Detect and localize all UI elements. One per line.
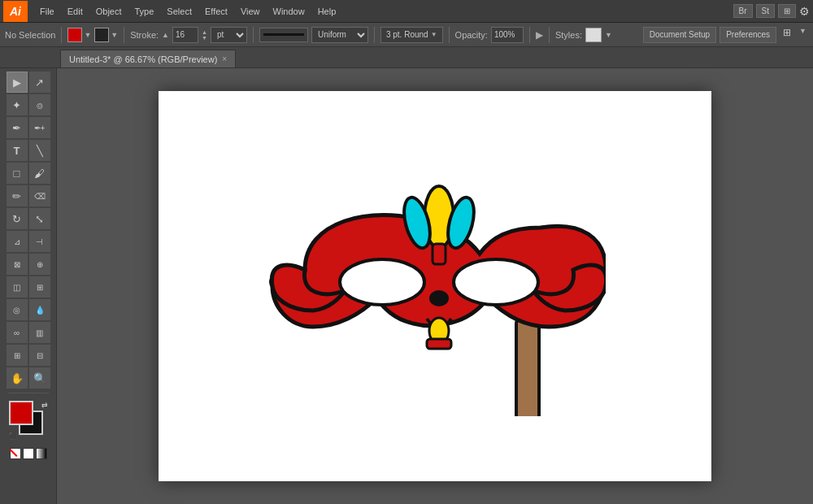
control-toolbar: No Selection ▼ ▼ Stroke: ▲ ▲ ▼ ptpxmm Un…: [0, 23, 813, 47]
foreground-color-swatch[interactable]: [9, 401, 33, 425]
selection-tool[interactable]: ▶: [7, 72, 28, 93]
rectangle-tool[interactable]: □: [7, 163, 28, 184]
stroke-swatch[interactable]: [94, 28, 109, 42]
cap-dropdown-arrow[interactable]: ▼: [431, 31, 437, 38]
shape-builder-tool[interactable]: ⊕: [29, 254, 50, 275]
paintbrush-tool[interactable]: 🖌: [29, 163, 50, 184]
lasso-tool[interactable]: ⌾: [29, 94, 50, 115]
stroke-unit-select[interactable]: ptpxmm: [211, 27, 247, 43]
hand-tool[interactable]: ✋: [7, 367, 28, 389]
blend-tool[interactable]: ∞: [7, 322, 28, 343]
tool-row-transform: ⊠ ⊕: [7, 254, 50, 275]
menu-window[interactable]: Window: [267, 4, 311, 19]
cap-style-btn[interactable]: 3 pt. Round ▼: [380, 27, 443, 43]
toolbar-arrow[interactable]: ▼: [798, 27, 808, 43]
white-swatch[interactable]: [23, 448, 34, 459]
styles-arrow[interactable]: ▼: [605, 31, 612, 39]
sep7: [549, 27, 550, 43]
tab-title: Untitled-3* @ 66.67% (RGB/Preview): [69, 54, 217, 64]
menu-select[interactable]: Select: [161, 4, 198, 19]
sep5: [449, 27, 450, 43]
rotate-tool[interactable]: ↻: [7, 208, 28, 229]
slice-tool[interactable]: ⊟: [29, 345, 50, 366]
menu-edit[interactable]: Edit: [62, 4, 89, 19]
stroke-spin-down[interactable]: ▼: [202, 35, 207, 41]
svg-rect-9: [433, 244, 446, 264]
document-setup-button[interactable]: Document Setup: [643, 27, 717, 43]
app-logo: Ai: [3, 1, 28, 22]
stroke-up-arrow[interactable]: ▲: [162, 31, 169, 39]
color-mode-swatches: [10, 448, 47, 459]
workspace-icon[interactable]: ⊞: [778, 4, 796, 18]
stock-icon[interactable]: St: [756, 4, 775, 18]
document-tab[interactable]: Untitled-3* @ 66.67% (RGB/Preview) ×: [60, 50, 236, 67]
eraser-tool[interactable]: ⌫: [29, 185, 50, 206]
reset-colors-icon[interactable]: ⬛: [9, 432, 17, 440]
perspective-tool[interactable]: ◫: [7, 276, 28, 298]
line-tool[interactable]: ╲: [29, 140, 50, 161]
sep2: [124, 27, 124, 43]
tool-row-gradient: ◎ 💧: [7, 299, 50, 320]
styles-swatch[interactable]: [585, 28, 602, 42]
tools-panel: ▶ ↗ ✦ ⌾ ✒ ✒+ T ╲ □ 🖌 ✏ ⌫ ↻ ⤡: [0, 68, 57, 504]
tool-row-pencil: ✏ ⌫: [7, 185, 50, 206]
preferences-button[interactable]: Preferences: [720, 27, 776, 43]
arrange-icon[interactable]: ⊞: [780, 27, 794, 43]
opacity-input[interactable]: [491, 27, 524, 43]
menu-file[interactable]: File: [34, 4, 60, 19]
width-tool[interactable]: ⊣: [29, 231, 50, 252]
svg-point-2: [351, 267, 413, 297]
pencil-tool[interactable]: ✏: [7, 185, 28, 206]
sync-icon[interactable]: ⚙: [799, 5, 810, 18]
artboard-tool[interactable]: ⊞: [7, 345, 28, 366]
svg-rect-0: [516, 319, 539, 416]
menu-bar: Ai File Edit Object Type Select Effect V…: [0, 0, 813, 23]
type-tool[interactable]: T: [7, 140, 28, 161]
mask-illustration: [264, 156, 606, 416]
menu-help[interactable]: Help: [312, 4, 342, 19]
stroke-line-preview: [259, 28, 308, 42]
direct-selection-tool[interactable]: ↗: [29, 72, 50, 93]
menu-view[interactable]: View: [235, 4, 266, 19]
styles-label: Styles:: [555, 30, 582, 40]
mesh-tool[interactable]: ⊞: [29, 276, 50, 298]
svg-point-5: [429, 290, 449, 306]
stroke-spin-up[interactable]: ▲: [202, 29, 207, 35]
stroke-arrow[interactable]: ▼: [111, 31, 118, 39]
fill-arrow[interactable]: ▼: [84, 31, 91, 39]
canvas-area: [57, 68, 813, 504]
eyedropper-tool[interactable]: 💧: [29, 299, 50, 320]
artboard: [159, 91, 711, 481]
more-arrow[interactable]: ▶: [536, 29, 543, 41]
tool-row-selection: ▶ ↗: [7, 72, 50, 93]
warp-tool[interactable]: ⊿: [7, 231, 28, 252]
bridge-icon[interactable]: Br: [733, 4, 753, 18]
swap-colors-icon[interactable]: ⇄: [41, 401, 48, 409]
line-style-select[interactable]: Uniform: [311, 27, 368, 43]
tool-row-warp: ⊿ ⊣: [7, 231, 50, 252]
tab-close-button[interactable]: ×: [222, 54, 227, 63]
stroke-value-input[interactable]: [172, 27, 198, 43]
menu-object[interactable]: Object: [90, 4, 128, 19]
sep3: [253, 27, 254, 43]
tool-row-type: T ╲: [7, 140, 50, 161]
menu-effect[interactable]: Effect: [199, 4, 233, 19]
tool-row-artboard: ⊞ ⊟: [7, 345, 50, 366]
gradient-tool[interactable]: ◎: [7, 299, 28, 320]
magic-wand-tool[interactable]: ✦: [7, 94, 28, 115]
free-transform-tool[interactable]: ⊠: [7, 254, 28, 275]
sep4: [374, 27, 375, 43]
scale-tool[interactable]: ⤡: [29, 208, 50, 229]
none-swatch[interactable]: [10, 448, 21, 459]
gradient-swatch[interactable]: [36, 448, 47, 459]
graph-tool[interactable]: ▥: [29, 322, 50, 343]
tool-row-hand: ✋ 🔍: [7, 367, 50, 389]
fill-swatch[interactable]: [67, 28, 82, 42]
cap-style-label: 3 pt. Round: [386, 30, 428, 39]
add-anchor-tool[interactable]: ✒+: [29, 117, 50, 138]
zoom-tool[interactable]: 🔍: [29, 367, 50, 389]
menu-type[interactable]: Type: [129, 4, 160, 19]
pen-tool[interactable]: ✒: [7, 117, 28, 138]
opacity-label: Opacity:: [455, 30, 488, 40]
tool-row-pen: ✒ ✒+: [7, 117, 50, 138]
